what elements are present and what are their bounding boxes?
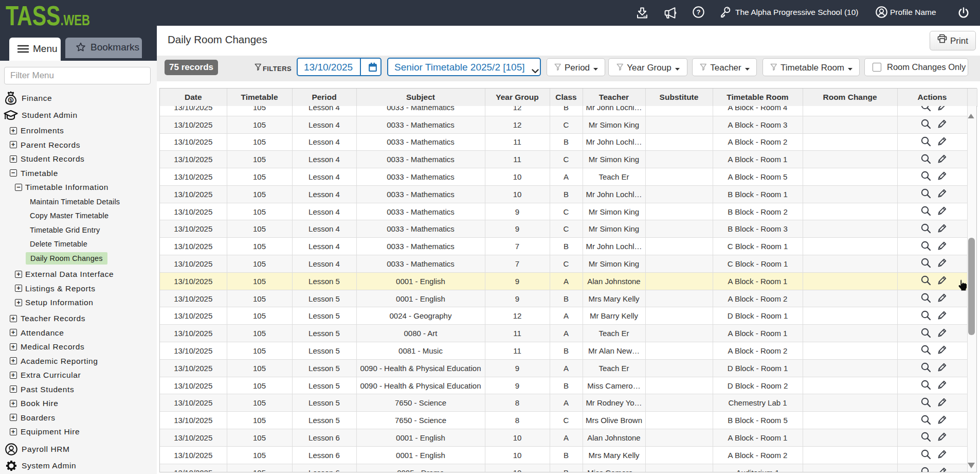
svg-text:$: $ — [9, 98, 12, 103]
svg-text:?: ? — [697, 8, 701, 16]
